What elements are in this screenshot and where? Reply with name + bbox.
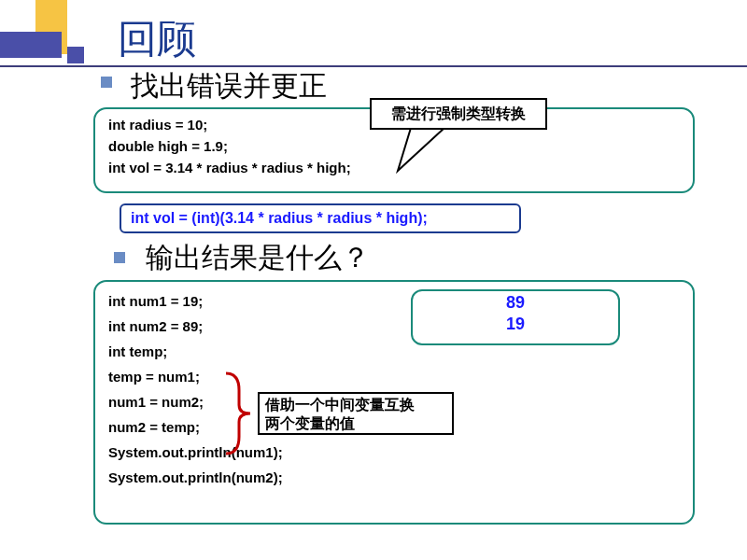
output-result-box: 89 19	[411, 289, 620, 345]
callout-swap-explanation: 借助一个中间变量互换 两个变量的值	[258, 392, 454, 435]
curly-brace-icon	[222, 371, 254, 455]
decor-blue-block-small	[67, 47, 84, 63]
decor-blue-block-large	[0, 32, 62, 58]
section2-heading: 输出结果是什么？	[146, 239, 370, 277]
slide-title: 回顾	[118, 13, 196, 65]
title-underline	[0, 65, 747, 67]
callout2-line2: 两个变量的值	[265, 414, 446, 433]
svg-marker-0	[398, 128, 444, 171]
callout-tail-icon	[392, 128, 448, 178]
bullet-square-icon	[101, 77, 112, 88]
code2-line7: System.out.println(num1);	[108, 444, 693, 460]
code2-line4: temp = num1;	[108, 369, 693, 385]
code2-line3: int temp;	[108, 343, 693, 359]
output-line1: 89	[413, 293, 618, 313]
corrected-code-box: int vol = (int)(3.14 * radius * radius *…	[120, 203, 521, 233]
callout2-line1: 借助一个中间变量互换	[265, 396, 446, 414]
callout-type-cast: 需进行强制类型转换	[370, 98, 547, 130]
bullet-square-icon	[114, 252, 125, 263]
code2-line8: System.out.println(num2);	[108, 469, 693, 485]
output-line2: 19	[413, 315, 618, 334]
section1-heading: 找出错误并更正	[131, 67, 327, 105]
